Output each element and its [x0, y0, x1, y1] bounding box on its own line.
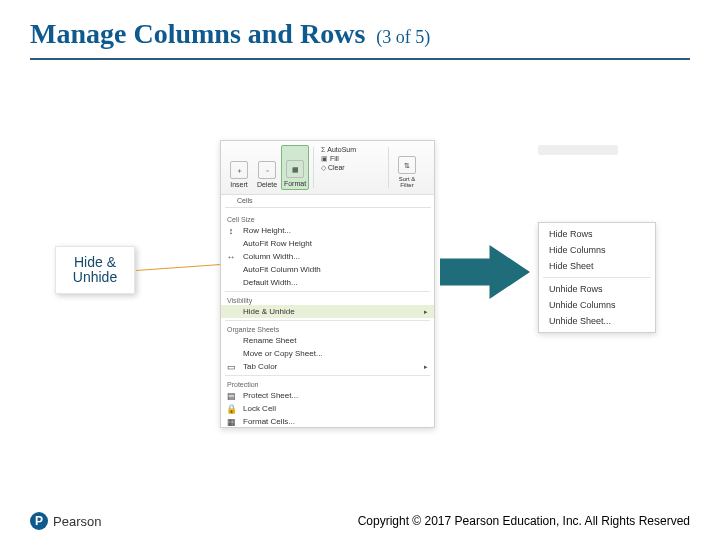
arrow-icon	[440, 244, 530, 300]
menu-separator	[225, 375, 430, 376]
col-width-icon: ↔	[225, 251, 237, 263]
protect-label: Protect Sheet...	[243, 391, 298, 400]
col-width-item[interactable]: ↔Column Width...	[221, 250, 434, 263]
ribbon-quick-list: AutoSum Fill Clear	[318, 145, 384, 190]
default-width-item[interactable]: Default Width...	[221, 276, 434, 289]
rename-sheet-item[interactable]: Rename Sheet	[221, 334, 434, 347]
unhide-columns-item[interactable]: Unhide Columns	[539, 297, 655, 313]
pearson-mark-icon: P	[30, 512, 48, 530]
ribbon-separator	[388, 147, 389, 188]
ribbon-head: ＋Insert －Delete ▦Format AutoSum Fill Cle…	[221, 141, 434, 195]
unhide-sheet-item[interactable]: Unhide Sheet...	[539, 313, 655, 329]
hide-sheet-item[interactable]: Hide Sheet	[539, 258, 655, 274]
section-protection: Protection	[221, 378, 434, 389]
fill-item[interactable]: Fill	[321, 154, 384, 163]
insert-label: Insert	[230, 181, 248, 188]
cells-group-underline	[225, 207, 431, 208]
lock-label: Lock Cell	[243, 404, 276, 413]
delete-icon: －	[258, 161, 276, 179]
slide: Manage Columns and Rows (3 of 5) Hide & …	[0, 0, 720, 540]
formatcells-label: Format Cells...	[243, 417, 295, 426]
format-cells-icon: ▦	[225, 416, 237, 428]
autofit-row-item[interactable]: AutoFit Row Height	[221, 237, 434, 250]
submenu-arrow-icon	[424, 307, 428, 316]
clear-item[interactable]: Clear	[321, 163, 384, 172]
autofit-col-label: AutoFit Column Width	[243, 265, 321, 274]
svg-marker-0	[440, 245, 530, 299]
row-height-label: Row Height...	[243, 226, 291, 235]
protect-icon: ▤	[225, 390, 237, 402]
autofit-row-label: AutoFit Row Height	[243, 239, 312, 248]
sort-icon: ⇅	[398, 156, 416, 174]
lock-cell-item[interactable]: 🔒Lock Cell	[221, 402, 434, 415]
callout-hide-unhide: Hide & Unhide	[55, 246, 135, 294]
format-cells-item[interactable]: ▦Format Cells...	[221, 415, 434, 428]
submenu-arrow-icon	[424, 362, 428, 371]
menu-separator	[225, 320, 430, 321]
section-cell-size: Cell Size	[221, 213, 434, 224]
ribbon-separator	[313, 147, 314, 188]
insert-icon: ＋	[230, 161, 248, 179]
title-main: Manage Columns and Rows	[30, 18, 365, 49]
slide-title: Manage Columns and Rows (3 of 5)	[30, 18, 430, 50]
section-organize: Organize Sheets	[221, 323, 434, 334]
protect-sheet-item[interactable]: ▤Protect Sheet...	[221, 389, 434, 402]
callout-line1: Hide &	[73, 255, 117, 270]
format-label: Format	[284, 180, 306, 187]
tabcolor-label: Tab Color	[243, 362, 277, 371]
unhide-rows-item[interactable]: Unhide Rows	[539, 281, 655, 297]
tab-color-item[interactable]: ▭Tab Color	[221, 360, 434, 373]
hide-columns-item[interactable]: Hide Columns	[539, 242, 655, 258]
autosum-item[interactable]: AutoSum	[321, 145, 384, 154]
hide-unhide-label: Hide & Unhide	[243, 307, 295, 316]
row-height-item[interactable]: ↕Row Height...	[221, 224, 434, 237]
cells-group-label: Cells	[237, 197, 253, 204]
decorative-bar	[538, 145, 618, 155]
default-width-label: Default Width...	[243, 278, 298, 287]
delete-button[interactable]: －Delete	[253, 145, 281, 190]
autofit-col-item[interactable]: AutoFit Column Width	[221, 263, 434, 276]
tab-color-icon: ▭	[225, 361, 237, 373]
move-copy-item[interactable]: Move or Copy Sheet...	[221, 347, 434, 360]
menu-separator	[225, 291, 430, 292]
brand-label: Pearson	[53, 514, 101, 529]
footer: P Pearson Copyright © 2017 Pearson Educa…	[0, 500, 720, 540]
title-underline	[30, 58, 690, 60]
hide-unhide-item[interactable]: Hide & Unhide	[221, 305, 434, 318]
hide-unhide-submenu: Hide Rows Hide Columns Hide Sheet Unhide…	[538, 222, 656, 333]
format-menu-panel: ＋Insert －Delete ▦Format AutoSum Fill Cle…	[220, 140, 435, 428]
lock-icon: 🔒	[225, 403, 237, 415]
copyright-text: Copyright © 2017 Pearson Education, Inc.…	[358, 514, 690, 528]
delete-label: Delete	[257, 181, 277, 188]
section-visibility: Visibility	[221, 294, 434, 305]
sort-filter-button[interactable]: ⇅Sort & Filter	[393, 145, 421, 190]
format-icon: ▦	[286, 160, 304, 178]
hide-rows-item[interactable]: Hide Rows	[539, 226, 655, 242]
sort-label: Sort & Filter	[393, 176, 421, 188]
col-width-label: Column Width...	[243, 252, 300, 261]
pearson-logo: P Pearson	[30, 512, 101, 530]
rename-label: Rename Sheet	[243, 336, 296, 345]
movecopy-label: Move or Copy Sheet...	[243, 349, 323, 358]
format-dropdown: Cell Size ↕Row Height... AutoFit Row Hei…	[221, 213, 434, 428]
insert-button[interactable]: ＋Insert	[225, 145, 253, 190]
row-height-icon: ↕	[225, 225, 237, 237]
callout-line2: Unhide	[73, 270, 117, 285]
submenu-separator	[543, 277, 651, 278]
title-counter: (3 of 5)	[376, 27, 430, 47]
format-button[interactable]: ▦Format	[281, 145, 309, 190]
